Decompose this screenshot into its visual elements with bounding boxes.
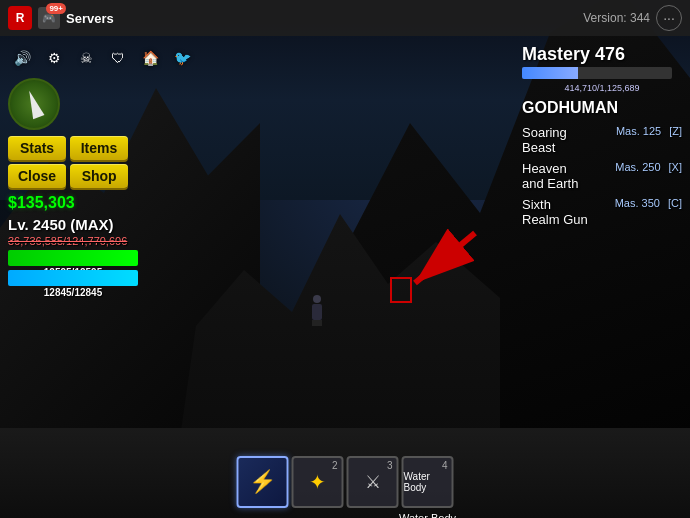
hotbar-slot-3[interactable]: 3 ⚔ [347,456,399,508]
right-panel: Mastery 476 414,710/1,125,689 GODHUMAN S… [522,44,682,233]
slot-3-icon: ⚔ [365,471,381,493]
twitter-icon[interactable]: 🐦 [168,44,196,72]
xp-display: 36,736,585/124,770,606 [8,235,196,247]
shield-icon[interactable]: 🛡 [104,44,132,72]
skill-key-1: [Z] [669,125,682,137]
slot-1-icon: ⚡ [249,469,276,495]
top-bar: R 🎮 99+ Servers Version: 344 ··· [0,0,690,36]
mastery-xp-max: 1,125,689 [600,83,640,93]
money-display: $135,303 [8,194,196,212]
compass-needle [24,89,45,119]
mastery-title: Mastery 476 [522,44,682,65]
stats-button[interactable]: Stats [8,136,66,160]
mastery-xp-fill [522,67,578,79]
skill-mas-3: Mas. 350 [615,197,660,209]
server-label: Servers [66,11,577,26]
home-icon[interactable]: 🏠 [136,44,164,72]
skill-name-1: SoaringBeast [522,125,608,155]
mastery-xp-text: 414,710/1,125,689 [522,83,682,93]
pirate-icon[interactable]: ☠ [72,44,100,72]
skill-row-2: Heavenand Earth Mas. 250 [X] [522,161,682,191]
slot-2-icon: ✦ [309,470,326,494]
energy-bar-wrapper: 12845/12845 [8,269,196,287]
skill-key-3: [C] [668,197,682,209]
slot-4-number: 4 [442,460,448,471]
action-buttons-row1: Stats Items [8,136,196,160]
svg-line-1 [415,233,475,283]
sound-icon[interactable]: 🔊 [8,44,36,72]
compass [8,78,60,130]
skill-name-2: Heavenand Earth [522,161,607,191]
water-body-label: Water Body [399,512,456,518]
health-bar-container [8,250,138,266]
skill-name-3: SixthRealm Gun [522,197,607,227]
hotbar-slot-2[interactable]: 2 ✦ [292,456,344,508]
energy-text: 12845/12845 [8,287,138,298]
skill-row-3: SixthRealm Gun Mas. 350 [C] [522,197,682,227]
red-arrow [395,228,485,298]
toolbar: 🔊 ⚙ ☠ 🛡 🏠 🐦 [8,44,196,72]
items-button[interactable]: Items [70,136,128,160]
health-bar-wrapper: 12595/12595 [8,249,196,267]
roblox-logo: R [8,6,32,30]
hotbar-slot-1[interactable]: ⚡ [237,456,289,508]
energy-bar-fill [8,270,138,286]
action-buttons-row2: Close Shop [8,164,196,188]
energy-bar-container [8,270,138,286]
more-button[interactable]: ··· [656,5,682,31]
slot-3-number: 3 [387,460,393,471]
notification-count: 99+ [46,3,66,14]
fighting-style-title: GODHUMAN [522,99,682,117]
left-panel: 🔊 ⚙ ☠ 🛡 🏠 🐦 Stats Items Close Shop $135,… [8,44,196,287]
shop-button[interactable]: Shop [70,164,128,188]
notification-badge[interactable]: 🎮 99+ [38,7,60,29]
version-label: Version: 344 [583,11,650,25]
hotbar: ⚡ 2 ✦ 3 ⚔ 4 Water Body Water Body [237,456,454,508]
skill-mas-1: Mas. 125 [616,125,661,137]
skill-key-2: [X] [669,161,682,173]
mastery-xp-current: 414,710 [564,83,597,93]
level-display: Lv. 2450 (MAX) [8,216,196,233]
skill-mas-2: Mas. 250 [615,161,660,173]
skill-row-1: SoaringBeast Mas. 125 [Z] [522,125,682,155]
settings-icon[interactable]: ⚙ [40,44,68,72]
player-character [308,295,326,323]
slot-2-number: 2 [332,460,338,471]
health-bar-fill [8,250,138,266]
energy-value: 12845/12845 [44,287,102,298]
hotbar-slot-4[interactable]: 4 Water Body Water Body [402,456,454,508]
close-button[interactable]: Close [8,164,66,188]
mastery-xp-bar [522,67,672,79]
slot-4-label: Water Body [404,471,452,493]
